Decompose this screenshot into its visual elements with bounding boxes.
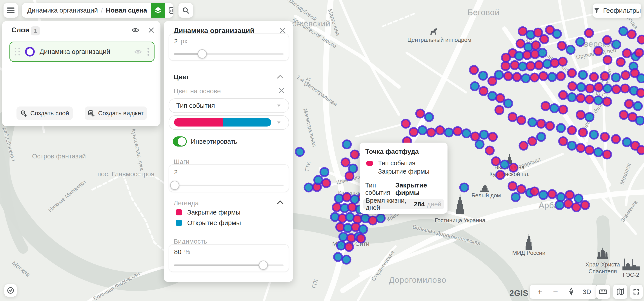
map-dot[interactable] <box>343 140 351 149</box>
map-dot[interactable] <box>637 89 644 97</box>
map-dot[interactable] <box>522 74 530 83</box>
map-dot[interactable] <box>559 137 567 145</box>
map-dot[interactable] <box>594 148 602 156</box>
map-dot[interactable] <box>559 105 567 114</box>
map-dot[interactable] <box>520 141 528 150</box>
map-dot[interactable] <box>504 72 512 80</box>
map-dot[interactable] <box>594 47 602 55</box>
map-dot[interactable] <box>532 41 540 50</box>
map-dot[interactable] <box>479 72 487 80</box>
map-dot[interactable] <box>500 160 509 169</box>
map-dot[interactable] <box>492 157 500 165</box>
map-dot[interactable] <box>427 128 436 137</box>
map-dot[interactable] <box>634 102 642 110</box>
map-dot[interactable] <box>510 61 519 69</box>
color-section-collapse-button[interactable] <box>277 74 285 80</box>
map-dot[interactable] <box>637 74 644 83</box>
map-dot[interactable] <box>530 73 539 82</box>
map-dot[interactable] <box>518 27 527 36</box>
compass-button[interactable] <box>565 285 578 298</box>
map-dot[interactable] <box>454 127 462 135</box>
history-time-button[interactable] <box>4 284 17 296</box>
map-dot[interactable] <box>436 126 444 134</box>
map-dot[interactable] <box>350 150 359 159</box>
map-dot[interactable] <box>537 120 545 128</box>
map-dot[interactable] <box>496 94 504 102</box>
map-dot[interactable] <box>528 118 536 127</box>
map-dot[interactable] <box>568 69 576 77</box>
map-dot[interactable] <box>579 128 587 137</box>
map-dot[interactable] <box>585 113 594 121</box>
map-dot[interactable] <box>638 36 644 44</box>
map-dot[interactable] <box>601 133 609 141</box>
map-dot[interactable] <box>637 146 644 154</box>
map-dot[interactable] <box>410 128 418 136</box>
map-dot[interactable] <box>548 190 556 198</box>
map-dot[interactable] <box>537 133 545 141</box>
map-dot[interactable] <box>368 216 377 225</box>
map-dot[interactable] <box>559 91 567 99</box>
layer-visibility-button[interactable] <box>134 49 142 55</box>
map-dot[interactable] <box>620 111 628 119</box>
map-dot[interactable] <box>337 241 345 250</box>
widgets-button[interactable] <box>165 3 173 18</box>
map-dot[interactable] <box>402 120 410 128</box>
ruler-tool-button[interactable] <box>596 285 610 299</box>
map-dot[interactable] <box>488 92 496 100</box>
map-dot[interactable] <box>539 72 548 80</box>
map-dot[interactable] <box>541 102 550 110</box>
map-dot[interactable] <box>576 111 585 119</box>
map-dot[interactable] <box>579 71 587 79</box>
map-dot[interactable] <box>353 215 362 223</box>
create-layer-button[interactable]: Создать слой <box>16 107 73 120</box>
map-dot[interactable] <box>509 163 518 172</box>
map-dot[interactable] <box>603 150 611 159</box>
map-dot[interactable] <box>339 233 348 241</box>
layers-mode-button[interactable] <box>151 3 165 18</box>
map-dot[interactable] <box>585 146 594 154</box>
map-dot[interactable] <box>538 49 547 57</box>
map-dot[interactable] <box>376 214 385 222</box>
map-dot[interactable] <box>564 200 572 208</box>
map-dot[interactable] <box>603 98 611 106</box>
zoom-out-button[interactable]: − <box>549 285 562 298</box>
map-dot[interactable] <box>625 100 633 108</box>
map-dot[interactable] <box>332 203 341 211</box>
map-dot[interactable] <box>343 193 351 201</box>
map-dot[interactable] <box>345 243 353 251</box>
breadcrumb-current-scene[interactable]: Новая сцена <box>106 7 147 14</box>
map-dot[interactable] <box>517 185 526 193</box>
map-dot[interactable] <box>526 62 535 70</box>
color-basis-clear-button[interactable] <box>277 86 286 95</box>
map-dot[interactable] <box>341 158 350 167</box>
map-dot[interactable] <box>566 191 574 199</box>
map-dot[interactable] <box>334 253 342 261</box>
visibility-slider[interactable] <box>174 260 284 270</box>
map-dot[interactable] <box>603 84 612 93</box>
map-dot[interactable] <box>540 35 548 43</box>
threed-toggle-button[interactable]: 3D <box>581 285 593 298</box>
map-dot[interactable] <box>320 168 328 176</box>
map-dot[interactable] <box>603 56 612 64</box>
map-dot[interactable] <box>553 30 561 38</box>
invert-toggle[interactable] <box>173 136 187 147</box>
legend-collapse-button[interactable] <box>277 200 285 205</box>
zoom-in-button[interactable]: + <box>534 285 546 298</box>
map-dot[interactable] <box>314 176 322 184</box>
map-dot[interactable] <box>357 234 365 243</box>
map-dot[interactable] <box>471 132 479 141</box>
map-dot[interactable] <box>495 106 504 114</box>
map-dot[interactable] <box>535 61 543 69</box>
slider-knob[interactable] <box>198 49 207 59</box>
map-dot[interactable] <box>501 62 510 70</box>
map-dot[interactable] <box>508 182 517 190</box>
map-dot[interactable] <box>557 193 565 201</box>
map-dot[interactable] <box>612 40 620 49</box>
map-dot[interactable] <box>550 59 559 67</box>
map-dot[interactable] <box>572 203 580 211</box>
breadcrumb-parent[interactable]: Динамика организаций <box>27 7 98 14</box>
map-dot[interactable] <box>581 201 589 209</box>
map-dot[interactable] <box>502 54 510 62</box>
color-basis-select[interactable]: Тип события <box>168 98 289 113</box>
map-dot[interactable] <box>621 71 630 79</box>
